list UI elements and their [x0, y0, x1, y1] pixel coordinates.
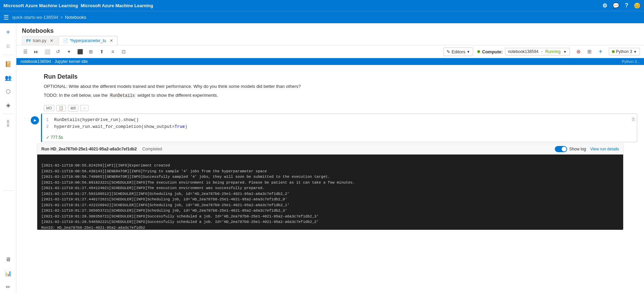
breadcrumb-bar: ☰ quick-starts-ws-138594 > Notebooks	[0, 11, 644, 23]
line-num-1: 1	[46, 117, 49, 123]
output-header-left: Run HD_2ea787b0-25e1-4021-95a2-a6a3c7ef1…	[41, 147, 162, 151]
show-log-toggle: Show log	[555, 146, 586, 152]
toolbar-run-all-btn[interactable]: ⏭	[31, 47, 41, 56]
output-header: Run HD_2ea787b0-25e1-4021-95a2-a6a3c7ef1…	[37, 144, 623, 155]
run-cell-button[interactable]: ▶	[31, 116, 39, 124]
compute-section: Compute: notebook138594 - Running ▼	[477, 48, 570, 55]
compute-selector[interactable]: notebook138594 - Running ▼	[505, 48, 570, 55]
sidebar-notebook-icon[interactable]: 📔	[2, 58, 14, 70]
toolbar-clear-btn[interactable]: ✦	[64, 47, 74, 56]
more-btn[interactable]: ···	[80, 105, 88, 111]
log-output[interactable]: [2021-02-11T19:00:55.824259][API][INFO]E…	[37, 155, 623, 230]
compute-label: Compute:	[482, 49, 503, 54]
para2-prefix: TODO: In the cell below, use the	[44, 93, 109, 98]
tab-label: train.py	[33, 38, 46, 43]
action-icons: ⊗ ⊞ +	[574, 47, 605, 56]
kernel-status-text: notebook138594 · Jupyter kernel idle	[20, 59, 88, 64]
toolbar-save-btn[interactable]: ⬛	[75, 47, 85, 56]
cell-success: ✓ 777.5s	[42, 134, 637, 142]
toolbar-stop-btn[interactable]: ⬜	[42, 47, 52, 56]
content-area: Notebooks PY train.py ✕ 📄 *hyperparamete…	[16, 23, 644, 293]
breadcrumb-separator: >	[60, 15, 63, 20]
code-line-2[interactable]: hyperdrive_run.wait_for_completion(show_…	[54, 123, 188, 130]
code-cell-wrapper: ⋮⋮ ▶ 1 RunDetails(hyperdrive_run).show()…	[16, 114, 644, 142]
app-title: Microsoft Azure Machine Learning	[3, 3, 78, 8]
sidebar-monitor-icon[interactable]: 🖥	[2, 253, 14, 266]
stop-action-icon[interactable]: ⊗	[574, 47, 584, 56]
topbar-logo: Microsoft Azure Machine Learning	[81, 3, 153, 8]
toolbar-restart-btn[interactable]: ↺	[53, 47, 63, 56]
kernel-right-text: Python 3...	[622, 59, 640, 64]
view-run-details-link[interactable]: View run details	[590, 147, 619, 151]
sidebar-compute-icon[interactable]: ||| |||	[2, 117, 14, 129]
pencil-icon: ✎	[447, 49, 450, 54]
compute-green-dot	[477, 50, 480, 53]
sidebar-data-icon[interactable]: 📊	[2, 267, 14, 279]
compute-name: notebook138594	[508, 49, 538, 54]
chevron-down-icon: ▼	[467, 50, 470, 54]
tab-py-icon: PY	[26, 39, 31, 43]
md-btn[interactable]: MD	[44, 105, 54, 111]
notebook-toolbar: ☰ ⏭ ⬜ ↺ ✦ ⬛ ⊞ ⬆ ≡ ⊡ ✎ Editors ▼ Compute:	[16, 45, 644, 58]
topbar: Microsoft Azure Machine Learning Microso…	[0, 0, 644, 11]
tab-train-py[interactable]: PY train.py ✕	[22, 36, 58, 45]
python-green-dot	[612, 50, 615, 53]
output-cell: Run HD_2ea787b0-25e1-4021-95a2-a6a3c7ef1…	[37, 144, 624, 230]
kernel-status-bar: notebook138594 · Jupyter kernel idle Pyt…	[16, 58, 644, 65]
copy-btn[interactable]: 📋	[56, 105, 66, 111]
tab-label: *hyperparameter_tu	[70, 38, 106, 43]
code-cell[interactable]: 1 RunDetails(hyperdrive_run).show() 2 hy…	[41, 114, 637, 142]
python-label: Python 3	[616, 49, 632, 54]
notebook-content: Run Details OPTIONAL: Write about the di…	[16, 65, 644, 293]
toolbar-add-btn[interactable]: ⊞	[86, 47, 96, 56]
python-selector[interactable]: Python 3 ▼	[609, 48, 640, 55]
sidebar-team-icon[interactable]: 👥	[2, 71, 14, 84]
cell-delete-icon[interactable]: 🗑	[631, 116, 636, 122]
status-badge: Completed	[142, 147, 162, 151]
show-log-label: Show log	[569, 147, 586, 151]
settings-icon[interactable]: ⚙	[602, 2, 607, 9]
toolbar-code-btn[interactable]: ≡	[108, 47, 118, 56]
hamburger-icon[interactable]: ☰	[3, 14, 9, 21]
cell-para1: OPTIONAL: Write about the different mode…	[44, 83, 624, 90]
sidebar-label-icon[interactable]: ✏	[2, 281, 14, 293]
toolbar-layout-btn[interactable]: ⊡	[119, 47, 128, 56]
sidebar-home-icon[interactable]: ⌂	[2, 40, 14, 52]
tab-close-icon[interactable]: ✕	[110, 38, 113, 43]
tab-hyperparameter[interactable]: 📄 *hyperparameter_tu ✕	[58, 36, 118, 45]
line-num-2: 2	[46, 123, 49, 130]
breadcrumb-workspace[interactable]: quick-starts-ws-138594	[12, 15, 58, 20]
run-details-heading: Run Details	[44, 73, 624, 80]
editors-label: Editors	[452, 49, 465, 54]
python-chevron-icon: ▼	[633, 50, 637, 54]
cell-mini-toolbar: MD 📋 ⊞B ···	[16, 104, 644, 113]
help-icon[interactable]: ?	[625, 2, 628, 9]
screen-icon[interactable]: ⊞	[585, 47, 594, 56]
breadcrumb-current: Notebooks	[65, 15, 86, 20]
compute-status: Running	[545, 49, 561, 54]
toggle-knob	[562, 147, 566, 151]
output-header-right: Show log View run details	[555, 146, 619, 152]
tab-close-icon[interactable]: ✕	[50, 38, 53, 43]
cell-drag-handle: ⋮⋮	[23, 114, 29, 121]
toolbar-move-up-btn[interactable]: ⬆	[97, 47, 107, 56]
toolbar-menu-btn[interactable]: ☰	[20, 47, 30, 56]
sidebar-models-icon[interactable]: ◈	[2, 99, 14, 111]
user-icon[interactable]: 😊	[634, 2, 641, 9]
compute-sep: -	[541, 49, 543, 54]
feedback-icon[interactable]: 💬	[613, 2, 619, 9]
editors-button[interactable]: ✎ Editors ▼	[443, 48, 473, 56]
sidebar-pipelines-icon[interactable]: ⬡	[2, 85, 14, 97]
sidebar-new-icon[interactable]: +	[2, 26, 14, 38]
toggle-switch[interactable]	[555, 146, 567, 152]
grid-btn[interactable]: ⊞B	[68, 105, 78, 111]
markdown-cell: Run Details OPTIONAL: Write about the di…	[16, 70, 644, 104]
code-line-1[interactable]: RunDetails(hyperdrive_run).show()	[54, 117, 139, 123]
compute-chevron-icon: ▼	[563, 50, 567, 54]
tabs-bar: PY train.py ✕ 📄 *hyperparameter_tu ✕	[16, 36, 644, 45]
sidebar: + ⌂ 📔 👥 ⬡ ◈ ||| ||| 🖥 📊 ✏	[0, 23, 16, 293]
run-button-col: ▶	[29, 114, 41, 124]
run-id-label: Run HD_2ea787b0-25e1-4021-95a2-a6a3c7ef1…	[41, 147, 137, 151]
cell-para2: TODO: In the cell below, use the RunDeta…	[44, 92, 624, 99]
add-action-icon[interactable]: +	[596, 47, 605, 56]
